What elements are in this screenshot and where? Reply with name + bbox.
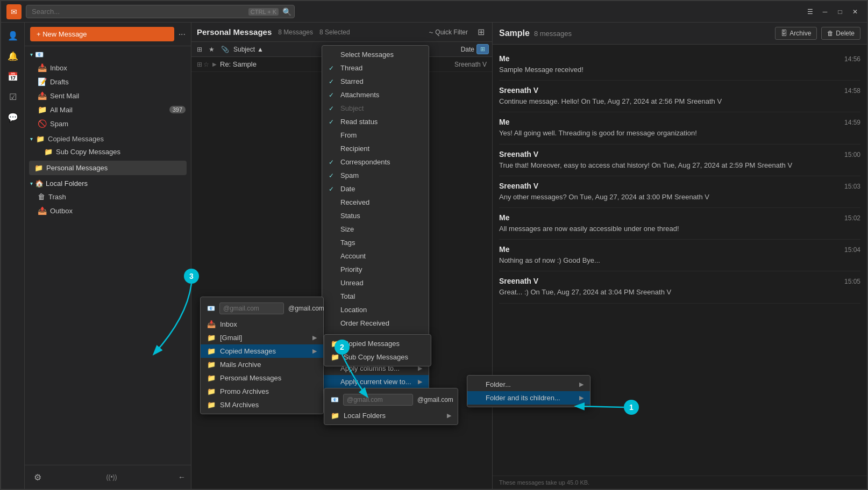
sidebar-item-drafts[interactable]: 📝 Drafts	[25, 75, 191, 89]
column-dropdown-item[interactable]: ✓ Attachments	[322, 88, 429, 102]
column-dropdown-item[interactable]: Total	[322, 290, 429, 303]
gmail-folder-menu-item[interactable]: 📁 Mails Archive	[201, 358, 323, 371]
column-dropdown-item[interactable]: ✓ Thread	[322, 61, 429, 75]
column-dropdown-item[interactable]: Status	[322, 209, 429, 222]
collapse-sidebar-button[interactable]: ←	[178, 473, 186, 481]
gmail-folder-menu-item[interactable]: 📥 Inbox	[201, 318, 323, 331]
message-sender: Me	[499, 118, 509, 126]
columns-settings-button[interactable]: ⊞	[475, 26, 487, 38]
folder-icon: 📁	[207, 361, 216, 369]
window-controls: ☰ ─ □ ✕	[803, 5, 862, 18]
column-dropdown-item[interactable]: From	[322, 128, 429, 142]
tooltip-2-label: 2	[340, 343, 344, 351]
apply-view-label: Folder and its children...	[486, 394, 560, 402]
folder-icon: 📁	[207, 347, 216, 355]
search-bar-container: CTRL + K 🔍	[26, 5, 295, 18]
inbox-icon: 📥	[38, 63, 47, 72]
calendar-icon-button[interactable]: 📅	[4, 68, 22, 85]
column-dropdown-item[interactable]: ✓ Subject	[322, 102, 429, 115]
column-dropdown-item[interactable]: ✓ Spam	[322, 169, 429, 182]
minimize-button[interactable]: ─	[819, 5, 831, 18]
thread-message[interactable]: Me 15:02 All messages are now easily acc…	[499, 208, 860, 240]
hamburger-menu-button[interactable]: ☰	[803, 5, 816, 18]
expand-arrow[interactable]: ▶	[212, 61, 217, 67]
tasks-icon-button[interactable]: ☑	[4, 88, 22, 105]
notification-icon-button[interactable]: 🔔	[4, 47, 22, 64]
column-dropdown-item[interactable]: ✓ Correspondents	[322, 155, 429, 169]
search-icon[interactable]: 🔍	[282, 8, 291, 16]
thread-message[interactable]: Sreenath V 15:05 Great... :) On Tue, Aug…	[499, 271, 860, 303]
column-dropdown-item[interactable]: Account	[322, 249, 429, 263]
delete-button[interactable]: 🗑 Delete	[821, 27, 860, 40]
thread-sort-button[interactable]: ⊞	[195, 45, 204, 54]
column-dropdown-item[interactable]: Tags	[322, 236, 429, 249]
chat-icon-button[interactable]: 💬	[4, 109, 22, 126]
column-dropdown-item[interactable]: Location	[322, 303, 429, 316]
attach-sort-button[interactable]: 📎	[219, 45, 231, 54]
thread-message[interactable]: Sreenath V 15:00 True that! Moreover, ea…	[499, 145, 860, 176]
wifi-icon: ((•))	[106, 473, 117, 481]
folder-label: [Gmail]	[220, 334, 242, 342]
column-dropdown-item[interactable]: ✓ Date	[322, 182, 429, 196]
archive-button[interactable]: 🗄 Archive	[775, 27, 817, 40]
check-icon: ✓	[329, 78, 336, 85]
maximize-button[interactable]: □	[834, 5, 846, 18]
message-list-count: 8 Messages	[278, 28, 313, 36]
column-dropdown-item[interactable]: ✓ Starred	[322, 75, 429, 88]
sidebar-item-subcopy[interactable]: 📁 Sub Copy Messages	[25, 145, 191, 158]
sidebar-item-inbox[interactable]: 📥 Inbox	[25, 61, 191, 75]
gmail-email-input[interactable]	[219, 302, 284, 314]
star-icon: ☆	[203, 61, 209, 68]
column-dropdown-item[interactable]: Unread	[322, 276, 429, 290]
column-dropdown-item[interactable]: Order Received	[322, 316, 429, 330]
date-column-header[interactable]: Date ⊞	[435, 44, 489, 54]
star-sort-button[interactable]: ★	[207, 45, 217, 54]
thread-message[interactable]: Me 14:59 Yes! All going well. Threading …	[499, 112, 860, 144]
sidebar-more-button[interactable]: ···	[179, 30, 186, 39]
thread-message[interactable]: Sreenath V 14:58 Continue message. Hello…	[499, 81, 860, 112]
account-header[interactable]: ▾ 📧	[25, 48, 191, 61]
date-column-active-button[interactable]: ⊞	[476, 44, 489, 54]
message-sender: Sreenath V	[499, 86, 538, 95]
gmail-folder-menu-item[interactable]: 📁 Promo Archives	[201, 385, 323, 398]
thread-message[interactable]: Me 14:56 Sample Message received!	[499, 49, 860, 81]
column-dropdown-item[interactable]: Size	[322, 222, 429, 236]
local-folders-header[interactable]: ▾ 🏠 Local Folders	[25, 177, 191, 190]
message-time: 15:00	[844, 151, 860, 158]
copied-messages-arrow[interactable]: ▾	[30, 136, 33, 142]
sidebar-item-trash[interactable]: 🗑 Trash	[25, 190, 191, 204]
gmail-folder-menu-item[interactable]: 📁 [Gmail] ▶	[201, 331, 323, 344]
gmail-folder-menu-item[interactable]: 📁 SM Archives	[201, 398, 323, 412]
subcopy-label: Sub Copy Messages	[56, 148, 120, 156]
sidebar-item-outbox[interactable]: 📤 Outbox	[25, 204, 191, 218]
sidebar-item-allmail[interactable]: 📁 All Mail 397	[25, 103, 191, 117]
close-button[interactable]: ✕	[849, 5, 862, 18]
local-folders-menu-icon: 📁	[331, 412, 339, 420]
personal-messages-label: Personal Messages	[46, 164, 108, 172]
new-message-button[interactable]: + New Message	[30, 27, 174, 41]
column-dropdown-item[interactable]: Recipient	[322, 142, 429, 155]
local-folders-menu-item[interactable]: 📁 Local Folders ▶	[324, 409, 458, 422]
column-dropdown-item[interactable]: Select Messages	[322, 48, 429, 61]
apply-view-item[interactable]: Folder... ▶	[467, 378, 590, 391]
settings-button[interactable]: ⚙	[30, 470, 45, 485]
apply-view-item[interactable]: Folder and its children... ▶	[467, 391, 590, 405]
gmail-folder-menu-item[interactable]: 📁 Copied Messages ▶	[201, 344, 323, 358]
inbox-label: Inbox	[50, 64, 67, 72]
sidebar-item-sent[interactable]: 📤 Sent Mail	[25, 89, 191, 103]
column-dropdown-item[interactable]: Received	[322, 196, 429, 209]
gmail-folder-menu-item[interactable]: 📁 Personal Messages	[201, 371, 323, 385]
column-dropdown-item[interactable]: Priority	[322, 263, 429, 276]
column-dropdown-item[interactable]: Apply current view to... ▶	[322, 375, 429, 388]
submenu-arrow-icon: ▶	[312, 348, 317, 355]
quick-filter-button[interactable]: ⏦ Quick Filter	[429, 28, 468, 36]
account-arrow: ▾	[30, 52, 33, 57]
sidebar-item-personal-messages[interactable]: 📁 Personal Messages	[29, 161, 187, 175]
account-icon-button[interactable]: 👤	[4, 27, 22, 44]
sidebar-item-spam[interactable]: 🚫 Spam	[25, 117, 191, 131]
thread-message[interactable]: Sreenath V 15:03 Any other messages? On …	[499, 176, 860, 208]
dropdown-item-label: Select Messages	[340, 51, 394, 59]
second-level-email-input[interactable]	[343, 394, 413, 406]
thread-message[interactable]: Me 15:04 Nothing as of now :) Good Bye..…	[499, 240, 860, 271]
column-dropdown-item[interactable]: ✓ Read status	[322, 115, 429, 128]
